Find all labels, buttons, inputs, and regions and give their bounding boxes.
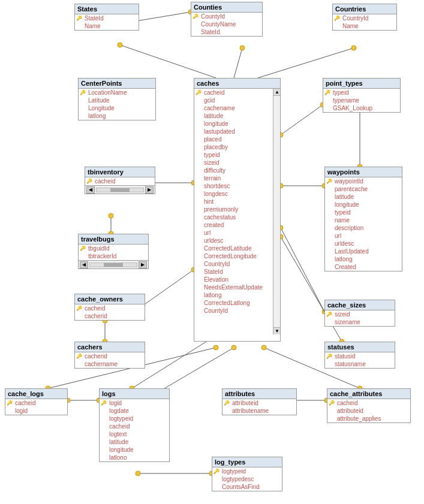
field-caches-urldesc: urldesc: [194, 237, 280, 245]
er-diagram: States StateId Name Counties CountyId Co…: [0, 0, 424, 504]
field-wp-longitude: longitude: [325, 201, 402, 209]
tb-scroll-left[interactable]: ◀: [80, 261, 88, 268]
table-counties: Counties CountyId CountyName StateId: [191, 2, 263, 37]
field-states-name: Name: [75, 22, 139, 30]
tbinventory-scrollbar[interactable]: ◀ ▶: [85, 185, 155, 194]
field-caches-premiumonly: premiumonly: [194, 206, 280, 213]
table-cache-owners: cache_owners cacheid cacherid: [74, 294, 145, 321]
field-wp-name: name: [325, 216, 402, 224]
table-travelbugs: travelbugs tbguidId tbtrackerId ◀ ▶: [78, 234, 149, 269]
table-travelbugs-header: travelbugs: [79, 234, 148, 245]
field-wp-latitude: latitude: [325, 193, 402, 201]
tb-scroll-thumb: [104, 263, 122, 267]
table-cache-owners-header: cache_owners: [75, 294, 145, 304]
table-statuses-header: statuses: [325, 342, 395, 352]
field-caches-latitude: latitude: [194, 112, 280, 120]
field-logs-latlono: latlono: [100, 454, 169, 461]
svg-point-6: [351, 46, 356, 50]
field-caches-correctedlatitude: CorrectedLatitude: [194, 245, 280, 252]
field-pt-typename: typename: [323, 96, 400, 104]
field-caches-placed: placed: [194, 135, 280, 143]
field-cachers-cacherid: cacherid: [75, 352, 145, 360]
table-cache-sizes: cache_sizes sizeid sizename: [324, 300, 395, 327]
field-counties-countyname: CountyName: [191, 20, 262, 28]
field-logs-logtext: logtext: [100, 430, 169, 438]
svg-point-4: [240, 46, 245, 50]
table-caches-header: caches: [194, 79, 280, 89]
field-wp-lastupdated: LastUpdated: [325, 248, 402, 255]
field-cs-sizename: sizename: [325, 318, 395, 326]
field-caches-placedby: placedby: [194, 143, 280, 151]
field-caches-created: created: [194, 221, 280, 229]
table-states: States StateId Name: [74, 4, 139, 31]
field-co-cacheid: cacheid: [75, 304, 145, 312]
table-cache-attributes: cache_attributes cacheid attributeid att…: [327, 388, 411, 423]
travelbugs-scrollbar[interactable]: ◀ ▶: [79, 260, 148, 268]
field-cp-longitude: Longitude: [79, 104, 155, 112]
caches-vertical-scrollbar[interactable]: ▲ ▼: [273, 89, 280, 334]
table-attributes-header: attributes: [222, 389, 296, 399]
field-caches-difficulty: difficulty: [194, 167, 280, 174]
field-lt-logtypedesc: logtypedesc: [212, 475, 282, 483]
field-attr-attributename: attributename: [222, 407, 296, 415]
caches-scroll-down[interactable]: ▼: [273, 327, 280, 334]
table-attributes: attributes attributeid attributename: [222, 388, 297, 415]
table-cache-logs-header: cache_logs: [5, 389, 67, 399]
table-tbinventory: tbinventory cacheid ◀ ▶: [85, 167, 155, 194]
field-caches-shortdesc: shortdesc: [194, 182, 280, 190]
field-wp-urldesc: urldesc: [325, 240, 402, 248]
field-caches-elevation: Elevation: [194, 276, 280, 283]
table-statuses: statuses statusid statusname: [324, 342, 395, 369]
svg-line-3: [234, 48, 242, 78]
tbi-scroll-thumb: [110, 188, 129, 192]
field-caches-hint: hint: [194, 198, 280, 206]
field-lt-logtypeid: logtypeid: [212, 467, 282, 475]
table-logs: logs logid logdate logtypeid cacheid log…: [99, 388, 170, 462]
table-log-types: log_types logtypeid logtypedesc CountsAs…: [212, 457, 282, 491]
caches-scroll-up[interactable]: ▲: [273, 89, 280, 96]
field-ca-attributeid: attributeid: [327, 407, 410, 415]
field-caches-cachename: cachename: [194, 104, 280, 112]
svg-point-38: [213, 345, 218, 350]
table-countries: Countries CountryId Name: [332, 4, 397, 31]
field-tb-tbguidid: tbguidId: [79, 245, 148, 252]
svg-point-52: [261, 345, 266, 350]
tbi-scroll-left[interactable]: ◀: [86, 186, 95, 194]
table-point-types: point_types typeid typename GSAK_Lookup: [323, 78, 401, 113]
svg-line-24: [143, 270, 194, 306]
svg-point-54: [231, 345, 236, 350]
field-caches-correctedlongitude: CorrectedLongitude: [194, 252, 280, 260]
field-caches-typeid: typeid: [194, 151, 280, 159]
table-point-types-header: point_types: [323, 79, 400, 89]
field-caches-terrain: terrain: [194, 174, 280, 182]
table-cachers-header: cachers: [75, 342, 145, 352]
field-caches-stateid: StateId: [194, 268, 280, 276]
field-logs-logdate: logdate: [100, 407, 169, 415]
field-counties-countyid: CountyId: [191, 13, 262, 20]
table-states-header: States: [75, 4, 139, 14]
table-cachers: cachers cacherid cachername: [74, 342, 145, 369]
table-logs-header: logs: [100, 389, 169, 399]
svg-line-5: [258, 48, 354, 78]
field-wp-created: Created: [325, 263, 402, 271]
field-cachers-cachername: cachername: [75, 360, 145, 368]
field-wp-latlong: latlong: [325, 255, 402, 263]
tb-scroll-right[interactable]: ▶: [139, 261, 147, 268]
svg-line-0: [137, 12, 191, 21]
table-caches: caches cacheid gcid cachename latitude l…: [194, 78, 281, 342]
field-attr-attributeid: attributeid: [222, 399, 296, 407]
field-caches-needsexternalupdate: NeedsExternalUpdate: [194, 283, 280, 291]
table-cache-logs: cache_logs cacheid logid: [5, 388, 68, 415]
field-wp-parentcache: parentcache: [325, 185, 402, 193]
table-cache-sizes-header: cache_sizes: [325, 300, 395, 310]
tbi-scroll-right[interactable]: ▶: [145, 186, 154, 194]
field-wp-waypointid: waypointId: [325, 177, 402, 185]
field-st-statusid: statusid: [325, 352, 395, 360]
table-tbinventory-header: tbinventory: [85, 167, 155, 177]
field-wp-description: description: [325, 224, 402, 232]
table-log-types-header: log_types: [212, 457, 282, 467]
field-pt-gsak: GSAK_Lookup: [323, 104, 400, 112]
field-co-cacherid: cacherid: [75, 312, 145, 320]
table-countries-header: Countries: [333, 4, 396, 14]
table-centerpoints-header: CenterPoints: [79, 79, 155, 89]
